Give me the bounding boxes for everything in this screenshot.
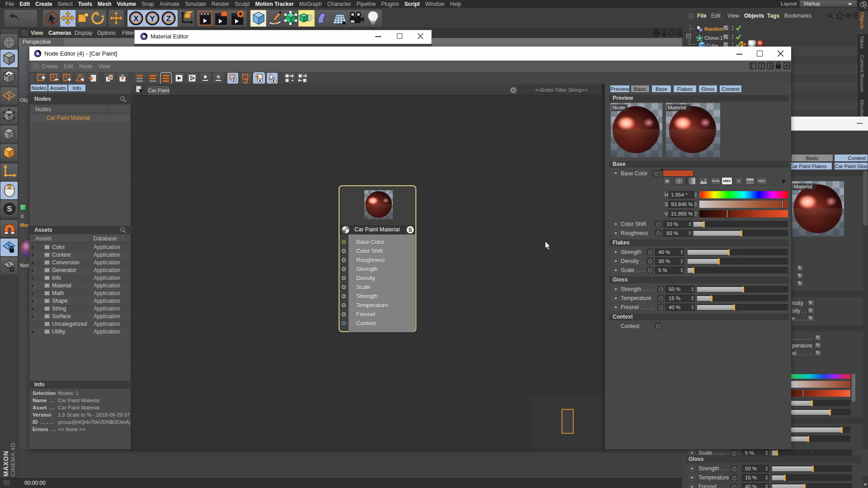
svg-text:Y: Y xyxy=(150,14,155,23)
svg-text:X: X xyxy=(133,14,139,23)
svg-text:S: S xyxy=(7,205,12,213)
svg-text:Ω: Ω xyxy=(9,266,14,273)
svg-text:S: S xyxy=(408,227,412,233)
svg-text:Z: Z xyxy=(166,14,171,23)
